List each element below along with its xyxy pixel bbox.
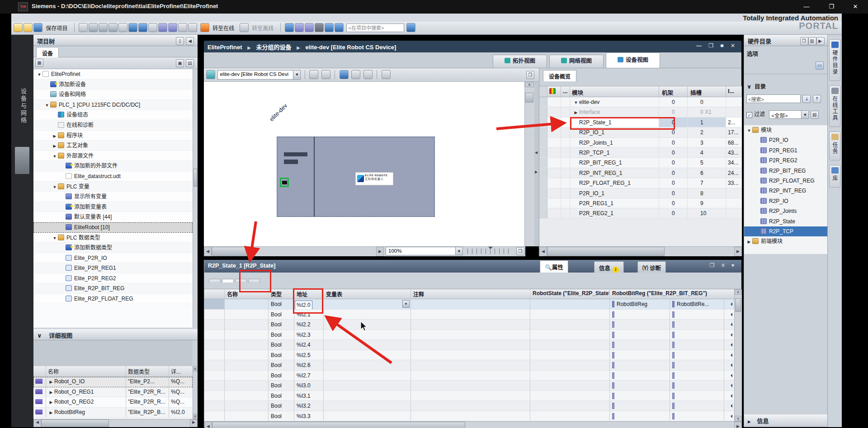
tab-properties[interactable]: 🔍属性	[540, 260, 568, 273]
io-row-comment[interactable]	[411, 320, 530, 329]
filter-profile-select[interactable]: <全部>	[769, 110, 802, 119]
show-labels-icon[interactable]	[321, 70, 330, 79]
download-icon[interactable]	[158, 23, 167, 32]
io-row-address[interactable]: %I3.0	[294, 381, 324, 390]
io-row[interactable]: Bool %I3.0	[204, 381, 734, 391]
io-row-address[interactable]: %I2.3	[294, 330, 324, 340]
expander-icon[interactable]: ▶	[52, 131, 58, 141]
io-row-address[interactable]: %I3.2	[294, 401, 324, 411]
catalog-item-r2p-int-reg[interactable]: R2P_INT_REG	[744, 186, 828, 196]
menu-item[interactable]	[38, 18, 47, 19]
filter-settings-icon[interactable]: ▧	[811, 111, 819, 119]
Robot_O_IO[interactable]: ▶Robot_O_IO "Elite_P2... %Q...	[33, 377, 193, 387]
grid-view-icon[interactable]	[351, 70, 360, 79]
search-down-icon[interactable]: ⇣	[802, 95, 811, 103]
io-col-type[interactable]: 类型	[269, 289, 294, 299]
canvas-vertical-scrollbar[interactable]: ∧	[524, 82, 534, 246]
expander-icon[interactable]: ▶	[48, 410, 54, 415]
catalog-item-r2p-joints[interactable]: R2P_Joints	[744, 206, 828, 216]
io-row[interactable]: Bool %I2.3	[204, 330, 734, 340]
left-strip-handle[interactable]	[15, 147, 29, 174]
vtab-online-tools[interactable]: 在线工具	[829, 85, 840, 127]
tree-item-plc-tags[interactable]: ▼PLC 变量	[33, 182, 193, 192]
io-row-comment[interactable]	[411, 391, 530, 401]
tree-item-online-diag[interactable]: 在线和诊断	[33, 120, 193, 131]
save-project-icon[interactable]	[33, 23, 42, 32]
redo-icon[interactable]	[138, 23, 147, 32]
io-row-address[interactable]: %I2.5	[294, 350, 324, 360]
detail-col-name[interactable]: 名称	[46, 366, 126, 376]
overview-col-iaddr[interactable]: I...	[726, 86, 742, 97]
filter-checkbox[interactable]: ✓	[746, 112, 752, 118]
detail-vertical-scrollbar[interactable]: ∧ ∨	[193, 366, 198, 419]
accessible-devices-icon[interactable]	[285, 23, 294, 32]
tree-item-add-device[interactable]: 添加新设备	[33, 80, 193, 90]
split-vertical-icon[interactable]	[335, 23, 344, 32]
overview-col-module[interactable]: 模块	[570, 86, 659, 97]
io-row[interactable]: Bool %I3.2	[204, 401, 734, 411]
cross-references-icon[interactable]	[315, 23, 324, 32]
io-row-comment[interactable]	[411, 401, 530, 411]
overview-col-slot[interactable]: 插槽	[688, 86, 726, 97]
undo-icon[interactable]	[128, 23, 137, 32]
io-row-tagtable[interactable]	[324, 340, 411, 350]
network-overview-icon[interactable]	[206, 70, 215, 79]
io-row-tagtable[interactable]	[324, 411, 411, 421]
breadcrumb-device[interactable]: elite-dev [Elite Robot CS Device]	[306, 44, 396, 51]
start-runtime-icon[interactable]	[188, 23, 197, 32]
canvas-horizontal-scrollbar[interactable]: ◀▶ 100%▼ ❒	[204, 246, 525, 256]
chevron-down-icon[interactable]: ∨	[37, 332, 42, 339]
menu-item[interactable]	[20, 18, 29, 19]
go-online-button[interactable]: 转至在线	[212, 24, 234, 32]
go-offline-button[interactable]: 转至离线	[252, 24, 274, 32]
catalog-item-r2p-bit-reg[interactable]: R2P_BIT_REG	[744, 166, 828, 176]
expander-icon[interactable]: ▶	[52, 141, 58, 151]
search-up-icon[interactable]: ⇡	[813, 95, 821, 103]
canvas-overview-splitter[interactable]: ◀ ▶	[534, 82, 539, 246]
maximize-button[interactable]: ❐	[820, 0, 843, 14]
go-online-icon[interactable]	[200, 23, 209, 32]
overview-col-rack[interactable]: 机架	[659, 86, 688, 97]
io-row[interactable]: Bool %I3.3	[204, 411, 734, 422]
io-row[interactable]: Bool %I2.1	[204, 310, 734, 320]
compile-icon[interactable]	[148, 23, 157, 32]
io-row-comment[interactable]	[411, 381, 530, 390]
tree-item-external-sources[interactable]: ▼外部源文件	[33, 151, 193, 161]
split-horizontal-icon[interactable]	[325, 23, 334, 32]
catalog-item-p2r-reg1[interactable]: P2R_REG1	[744, 146, 828, 155]
io-row[interactable]: Bool %I2.5	[204, 350, 734, 361]
io-row-address[interactable]: %I2.1	[294, 310, 324, 320]
catalog-item-r2p-tcp[interactable]: R2P_TCP	[744, 226, 828, 236]
Robot_O_REG2[interactable]: ▶Robot_O_REG2 "Elite_P2R_R... %Q...	[33, 397, 193, 408]
io-col-name[interactable]: 名称	[225, 289, 269, 299]
io-row[interactable]: Bool %I3.1	[204, 391, 734, 401]
copy-icon[interactable]	[99, 23, 108, 32]
breadcrumb-ungrouped-devices[interactable]: 未分组的设备	[256, 44, 292, 51]
fit-view-icon[interactable]: ❒	[516, 247, 524, 255]
menu-item[interactable]	[75, 18, 84, 19]
tree-item-default-tag-table[interactable]: 默认变量表 [44]	[33, 212, 193, 222]
overview-horizontal-scrollbar[interactable]: ◀▶	[539, 246, 742, 256]
collapse-panel-icon[interactable]: ◀	[186, 37, 194, 45]
split-editor-icon[interactable]: ❒	[526, 71, 534, 79]
menu-item[interactable]	[11, 18, 20, 19]
overview-row-r2p-tcp[interactable]: R2P_TCP_1 0 4 43...	[539, 148, 742, 158]
show-devices-icon[interactable]	[178, 23, 187, 32]
detail-col-datatype[interactable]: 数据类型	[126, 366, 169, 376]
tree-item-elite-p2r-reg1[interactable]: Elite_P2R_REG1	[33, 263, 193, 273]
overview-row-interface[interactable]: ▶Interface 0 0 X1	[539, 107, 742, 117]
expander-icon[interactable]: ▶	[48, 390, 54, 395]
overview-row-r2p-float-reg[interactable]: R2P_FLOAT_REG_1 0 7 33...	[539, 178, 742, 188]
device-canvas[interactable]: elite-dev ELITE ROBOTS 艾利特机器人	[204, 82, 524, 246]
expander-icon[interactable]: ▼	[44, 100, 50, 111]
catalog-item-r2p-io[interactable]: R2P_IO	[744, 196, 828, 206]
overview-row-r2p-joints[interactable]: R2P_Joints_1 0 3 68...	[539, 138, 742, 148]
tree-item-device-config[interactable]: 设备组态	[33, 110, 193, 120]
tree-item-plc-datatypes[interactable]: ▼PLC 数据类型	[33, 233, 193, 243]
props-tab-texts[interactable]	[248, 279, 260, 282]
graphic-view-icon[interactable]	[340, 70, 349, 79]
tree-filter-icon[interactable]: ▣	[176, 59, 184, 67]
overview-row-r2p-int-reg[interactable]: R2P_INT_REG_1 0 6 24...	[539, 168, 742, 178]
overview-row-r2p-io[interactable]: R2P_IO_1 0 2 17...	[539, 127, 742, 137]
catalog-section-header[interactable]: ∨ 目录	[744, 80, 827, 92]
